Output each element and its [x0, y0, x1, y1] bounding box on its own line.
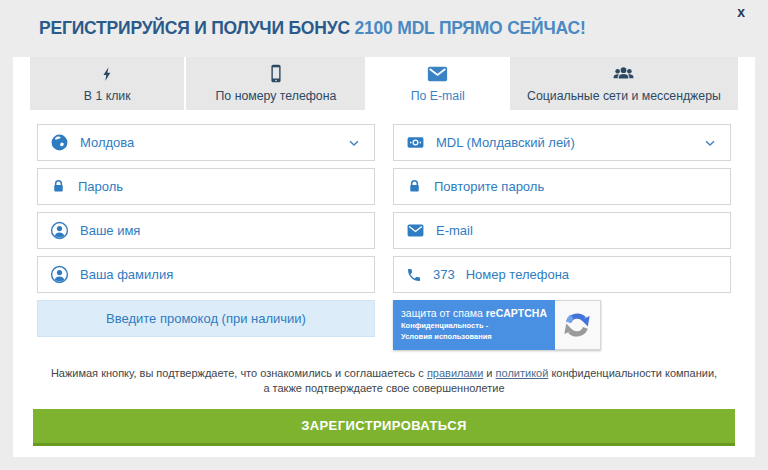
password-repeat-input[interactable] [434, 179, 718, 194]
tab-label: По номеру телефона [216, 89, 337, 103]
recaptcha-text: защита от спама reCAPTCHA Конфиденциальн… [393, 300, 555, 350]
registration-tabs: В 1 клик По номеру телефона По E-mail [30, 57, 738, 110]
disclaimer-text: и [483, 367, 495, 379]
tab-one-click[interactable]: В 1 клик [30, 57, 184, 110]
page-title: РЕГИСТРИРУЙСЯ И ПОЛУЧИ БОНУС 2100 MDL ПР… [39, 18, 586, 39]
envelope-icon [425, 61, 450, 85]
currency-select[interactable]: MDL (Молдавский лей) [393, 124, 731, 161]
tab-by-email[interactable]: По E-mail [367, 57, 507, 110]
registration-modal: РЕГИСТРИРУЙСЯ И ПОЛУЧИ БОНУС 2100 MDL ПР… [13, 0, 755, 457]
rules-link[interactable]: правилами [427, 367, 483, 379]
smartphone-icon [266, 61, 286, 85]
recaptcha-line1: защита от спама [401, 307, 486, 319]
recaptcha-logo-box [555, 300, 601, 350]
tab-label: В 1 клик [84, 89, 131, 103]
disclaimer-text: Нажимая кнопку, вы подтверждаете, что оз… [51, 367, 427, 379]
phone-field[interactable]: 373 [393, 256, 731, 293]
mail-icon [406, 221, 425, 240]
country-value: Молдова [80, 135, 335, 150]
recaptcha-terms-link[interactable]: Условия использования [401, 332, 492, 341]
close-icon[interactable]: x [737, 5, 745, 19]
first-name-field[interactable] [37, 212, 375, 249]
password-repeat-field[interactable] [393, 168, 731, 205]
phone-input[interactable] [466, 267, 718, 282]
tab-label: Социальные сети и мессенджеры [527, 89, 721, 103]
globe-icon [50, 133, 69, 152]
promo-cell [37, 300, 375, 350]
password-input[interactable] [78, 179, 362, 194]
bolt-icon [100, 61, 115, 85]
password-field[interactable] [37, 168, 375, 205]
phone-country-code: 373 [433, 267, 455, 282]
country-select[interactable]: Молдова [37, 124, 375, 161]
email-input[interactable] [436, 223, 718, 238]
banknote-icon [406, 133, 425, 152]
lock-icon [50, 178, 67, 195]
last-name-input[interactable] [80, 267, 362, 282]
first-name-input[interactable] [80, 223, 362, 238]
recaptcha-separator: - [484, 321, 489, 330]
promo-code-field[interactable] [37, 300, 375, 337]
promo-code-input[interactable] [50, 311, 362, 326]
user-icon [50, 265, 69, 284]
terms-disclaimer: Нажимая кнопку, вы подтверждаете, что оз… [47, 366, 721, 396]
phone-icon [406, 267, 422, 283]
title-bonus-amount: 2100 MDL ПРЯМО СЕЙЧАС! [354, 18, 585, 38]
chevron-down-icon [702, 135, 718, 151]
recaptcha-brand: reCAPTCHA [486, 307, 547, 319]
recaptcha-widget[interactable]: защита от спама reCAPTCHA Конфиденциальн… [393, 300, 601, 350]
recaptcha-privacy-link[interactable]: Конфиденциальность [401, 321, 484, 330]
user-icon [50, 221, 69, 240]
users-icon [611, 61, 636, 85]
email-field[interactable] [393, 212, 731, 249]
chevron-down-icon [346, 135, 362, 151]
currency-value: MDL (Молдавский лей) [436, 135, 691, 150]
recaptcha-cell: защита от спама reCAPTCHA Конфиденциальн… [393, 300, 731, 350]
registration-form: Молдова MDL (Молдавский лей) [37, 124, 731, 350]
register-button[interactable]: ЗАРЕГИСТРИРОВАТЬСЯ [33, 409, 735, 446]
tab-label: По E-mail [411, 89, 465, 103]
tab-by-phone[interactable]: По номеру телефона [186, 57, 365, 110]
tab-social-networks[interactable]: Социальные сети и мессенджеры [510, 57, 738, 110]
recaptcha-logo-icon [562, 310, 592, 340]
policy-link[interactable]: политикой [496, 367, 549, 379]
title-main: РЕГИСТРИРУЙСЯ И ПОЛУЧИ БОНУС [39, 18, 354, 38]
last-name-field[interactable] [37, 256, 375, 293]
modal-header: РЕГИСТРИРУЙСЯ И ПОЛУЧИ БОНУС 2100 MDL ПР… [13, 0, 755, 57]
lock-icon [406, 178, 423, 195]
